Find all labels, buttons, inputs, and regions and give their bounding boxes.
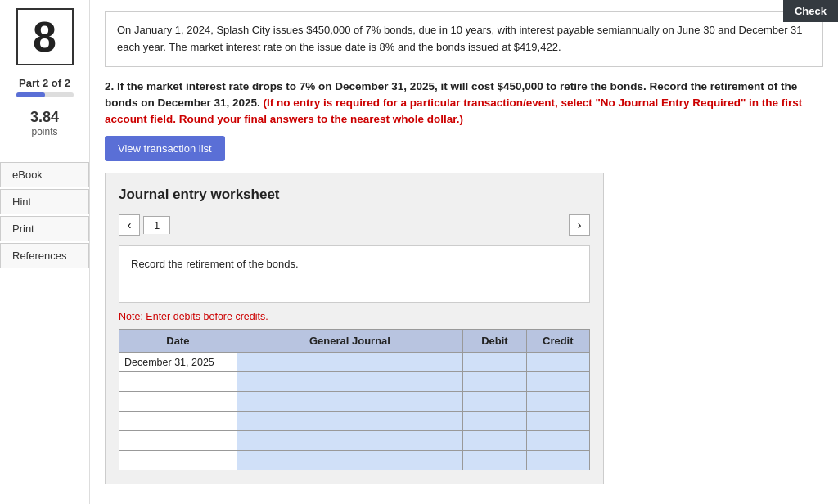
debit-cell[interactable]: [463, 353, 526, 372]
credit-input[interactable]: [527, 431, 589, 450]
col-date: Date: [119, 330, 237, 353]
journal-cell[interactable]: [237, 451, 462, 470]
description-box: Record the retirement of the bonds.: [119, 245, 590, 303]
journal-input[interactable]: [237, 392, 462, 411]
note-text: Note: Enter debits before credits.: [119, 311, 590, 322]
credit-cell[interactable]: [526, 451, 589, 470]
table-row: December 31, 2025: [119, 353, 590, 372]
table-row: [119, 392, 590, 412]
question-text: 2. If the market interest rate drops to …: [105, 79, 823, 128]
intro-text: On January 1, 2024, Splash City issues $…: [117, 24, 803, 53]
table-row: [119, 451, 590, 470]
col-credit: Credit: [526, 330, 589, 353]
debit-input[interactable]: [463, 353, 525, 371]
intro-box: On January 1, 2024, Splash City issues $…: [105, 11, 823, 67]
credit-cell[interactable]: [526, 353, 589, 372]
credit-input[interactable]: [527, 451, 589, 470]
credit-input[interactable]: [527, 392, 589, 411]
part-label: Part 2 of 2: [19, 77, 70, 89]
debit-input[interactable]: [463, 451, 525, 470]
debit-cell[interactable]: [463, 392, 526, 412]
worksheet-container: Journal entry worksheet ‹ 1 › Record the…: [105, 173, 604, 484]
table-row: [119, 431, 590, 451]
debit-input[interactable]: [463, 392, 525, 411]
debit-input[interactable]: [463, 431, 525, 450]
journal-cell[interactable]: [237, 353, 462, 372]
progress-fill: [16, 92, 45, 97]
date-cell-empty: [119, 372, 237, 392]
credit-input[interactable]: [527, 372, 589, 391]
date-cell-empty: [119, 412, 237, 431]
next-page-button[interactable]: ›: [569, 214, 590, 236]
credit-input[interactable]: [527, 412, 589, 430]
col-debit: Debit: [463, 330, 526, 353]
main-content: On January 1, 2024, Splash City issues $…: [90, 0, 838, 504]
journal-input[interactable]: [237, 372, 462, 391]
journal-cell[interactable]: [237, 412, 462, 431]
journal-input[interactable]: [237, 353, 462, 371]
page-tab: 1: [143, 216, 170, 234]
sidebar: 8 Part 2 of 2 3.84 points eBook Hint Pri…: [0, 0, 90, 504]
col-journal: General Journal: [237, 330, 462, 353]
view-transaction-button[interactable]: View transaction list: [105, 136, 225, 161]
debit-cell[interactable]: [463, 412, 526, 431]
date-cell-empty: [119, 451, 237, 470]
description-text: Record the retirement of the bonds.: [131, 258, 299, 270]
sidebar-item-references[interactable]: References: [0, 243, 89, 268]
credit-cell[interactable]: [526, 412, 589, 431]
debit-cell[interactable]: [463, 372, 526, 392]
sidebar-item-hint[interactable]: Hint: [0, 189, 89, 214]
points-label: points: [31, 126, 57, 137]
journal-input[interactable]: [237, 412, 462, 430]
debit-input[interactable]: [463, 412, 525, 430]
worksheet-title: Journal entry worksheet: [119, 187, 590, 203]
progress-bar: [16, 92, 74, 97]
journal-cell[interactable]: [237, 392, 462, 412]
debit-cell[interactable]: [463, 451, 526, 470]
table-row: [119, 372, 590, 392]
credit-cell[interactable]: [526, 372, 589, 392]
journal-cell[interactable]: [237, 431, 462, 451]
journal-input[interactable]: [237, 451, 462, 470]
table-row: [119, 412, 590, 431]
points-value: 3.84: [30, 109, 59, 126]
question-number: 8: [16, 8, 74, 65]
date-cell: December 31, 2025: [119, 353, 237, 372]
journal-cell[interactable]: [237, 372, 462, 392]
credit-input[interactable]: [527, 353, 589, 371]
prev-page-button[interactable]: ‹: [119, 214, 140, 236]
journal-table: Date General Journal Debit Credit Decemb…: [119, 329, 590, 470]
sidebar-nav: eBook Hint Print References: [0, 162, 89, 270]
date-cell-empty: [119, 431, 237, 451]
credit-cell[interactable]: [526, 392, 589, 412]
credit-cell[interactable]: [526, 431, 589, 451]
nav-row: ‹ 1 ›: [119, 214, 590, 236]
debit-input[interactable]: [463, 372, 525, 391]
sidebar-item-print[interactable]: Print: [0, 216, 89, 241]
sidebar-item-ebook[interactable]: eBook: [0, 162, 89, 187]
journal-input[interactable]: [237, 431, 462, 450]
debit-cell[interactable]: [463, 431, 526, 451]
check-button[interactable]: Check: [783, 0, 838, 22]
date-cell-empty: [119, 392, 237, 412]
